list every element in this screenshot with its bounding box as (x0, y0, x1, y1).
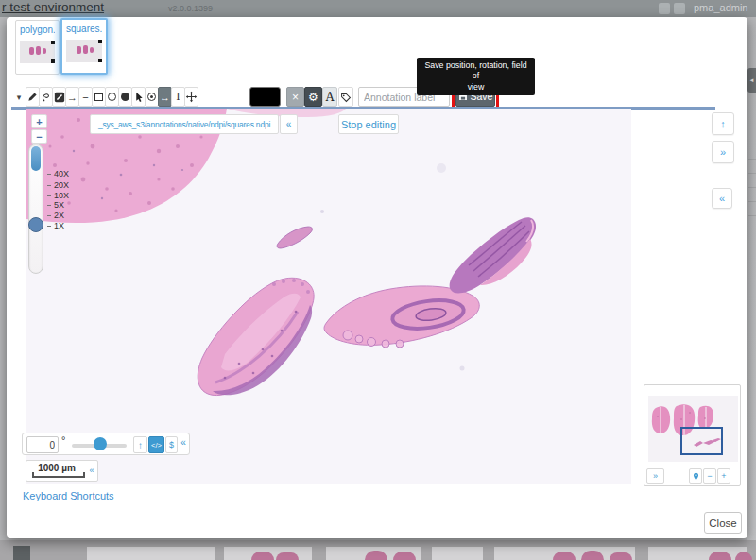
tag-icon (340, 92, 352, 103)
scalebar-collapse-button[interactable]: « (87, 466, 96, 479)
backdrop-gallery-strip (0, 540, 756, 560)
header-icon (674, 3, 685, 14)
point-icon (147, 93, 156, 101)
chevron-left-icon: « (180, 437, 186, 448)
tool-edit-square-button[interactable] (52, 87, 66, 107)
zoom-slider[interactable] (28, 144, 43, 274)
chevron-left-icon: « (89, 466, 94, 475)
minimap-zoom-out-button[interactable]: − (703, 468, 716, 484)
tool-filled-circle-button[interactable] (118, 87, 132, 107)
zoom-slider-fill (31, 146, 41, 171)
rotation-input[interactable] (26, 436, 59, 453)
tab-label: polygon.nc (20, 25, 55, 35)
zoom-level-label: 1X (54, 221, 64, 230)
backdrop-header: r test environment v2.0.0.1399 pma_admin (0, 0, 756, 17)
slide-thumbnail (20, 41, 55, 63)
slide-viewer-canvas[interactable]: _sys_aws_s3/annotations/native/ndpi/squa… (26, 109, 631, 484)
tab-squares-slide[interactable]: squares.nc (60, 18, 108, 75)
breadcrumb-collapse-button[interactable]: « (280, 114, 298, 134)
rotation-code-button[interactable]: </> (148, 436, 164, 453)
breadcrumb[interactable]: _sys_aws_s3/annotations/native/ndpi/squa… (90, 114, 279, 134)
close-button[interactable]: Close (704, 512, 742, 534)
tool-point-button[interactable] (145, 87, 159, 107)
cursor-icon (133, 92, 144, 103)
minimap-center-button[interactable] (689, 468, 702, 484)
save-tooltip: Save position, rotation, field of view (417, 58, 535, 95)
minimap-zoom-in-button[interactable]: + (717, 468, 730, 484)
keyboard-shortcuts-link[interactable]: Keyboard Shortcuts (23, 490, 114, 501)
stop-editing-button[interactable]: Stop editing (338, 114, 399, 134)
settings-button[interactable]: ⚙ (304, 87, 322, 107)
arrow-up-icon: ↑ (138, 440, 143, 450)
rotation-panel: ° ↑ </> $ « (22, 433, 190, 455)
minimap-image (648, 396, 738, 462)
environment-title: r test environment (2, 0, 104, 14)
tool-line-button[interactable]: − (78, 87, 93, 107)
zoom-level-label: 40X (54, 169, 69, 178)
code-icon: </> (151, 441, 162, 450)
rectangle-icon (94, 93, 103, 101)
chevron-right-icon: » (653, 471, 658, 481)
edit-square-icon (54, 92, 65, 103)
zoom-level-label: 5X (54, 200, 64, 210)
gear-icon: ⚙ (308, 91, 318, 104)
scalebar-label: 1000 µm (26, 463, 87, 473)
measure-horizontal-icon: ↔ (160, 92, 170, 103)
tool-pencil-button[interactable] (26, 87, 40, 107)
tool-rectangle-button[interactable] (92, 87, 106, 107)
degree-symbol: ° (61, 434, 65, 446)
panel-expand-button[interactable]: » (712, 141, 734, 163)
clear-annotation-button[interactable]: × (286, 87, 304, 107)
minimap-panel: » − + (644, 384, 741, 486)
tool-move-button[interactable] (184, 87, 198, 107)
minus-icon: − (36, 131, 42, 143)
zoom-level-label: 20X (54, 180, 69, 190)
ellipse-icon (108, 93, 116, 101)
chevron-left-icon: « (719, 193, 725, 204)
rotation-collapse-button[interactable]: « (179, 437, 188, 452)
caret-down-icon: ▾ (17, 93, 22, 102)
filled-circle-icon (121, 93, 129, 101)
line-icon: − (82, 92, 88, 103)
rotation-slider-handle[interactable] (94, 437, 107, 450)
chevron-left-icon: « (286, 119, 292, 129)
tool-dropdown-button[interactable]: ▾ (13, 87, 25, 107)
rotation-reset-button[interactable]: ↑ (133, 436, 147, 453)
header-icon (659, 3, 670, 14)
panel-toggle-icon: ◄ (747, 68, 756, 93)
tool-ellipse-button[interactable] (105, 87, 119, 107)
backdrop-right-strip: ◄ (747, 17, 756, 560)
panel-collapse-button[interactable]: « (712, 188, 732, 209)
color-swatch-button[interactable] (249, 87, 281, 107)
panel-resize-button[interactable]: ↕ (712, 112, 734, 135)
slide-thumbnail (66, 40, 102, 62)
pencil-icon (27, 92, 38, 102)
text-tool-icon: A (326, 91, 335, 104)
tool-arrow-button[interactable]: → (65, 87, 79, 107)
arrows-vertical-icon: ↕ (720, 118, 726, 129)
plus-icon: + (36, 116, 42, 127)
rotation-currency-button[interactable]: $ (165, 436, 178, 453)
chevron-right-icon: » (720, 146, 726, 158)
pin-icon (692, 471, 700, 482)
minimap-thumbnail[interactable] (648, 396, 738, 462)
slide-image (26, 109, 631, 484)
lasso-icon (41, 92, 52, 103)
plus-icon: + (721, 471, 726, 481)
tag-button[interactable] (338, 87, 353, 107)
zoom-out-button[interactable]: − (31, 129, 47, 144)
screen: r test environment v2.0.0.1399 pma_admin… (0, 0, 756, 560)
minus-icon: − (707, 471, 712, 481)
text-annotation-button[interactable]: A (322, 87, 337, 107)
tool-measure-vertical-button[interactable]: I (171, 87, 185, 107)
tab-polygon-slide[interactable]: polygon.nc (15, 20, 60, 75)
measure-vertical-icon: I (176, 91, 180, 103)
zoom-level-label: 2X (54, 211, 64, 220)
zoom-in-button[interactable]: + (31, 114, 47, 128)
user-name: pma_admin (694, 2, 747, 13)
zoom-slider-handle[interactable] (28, 217, 43, 232)
tool-lasso-button[interactable] (39, 87, 53, 107)
tool-cursor-button[interactable] (131, 87, 146, 107)
tool-measure-horizontal-button[interactable]: ↔ (158, 87, 172, 107)
minimap-expand-button[interactable]: » (646, 468, 664, 484)
